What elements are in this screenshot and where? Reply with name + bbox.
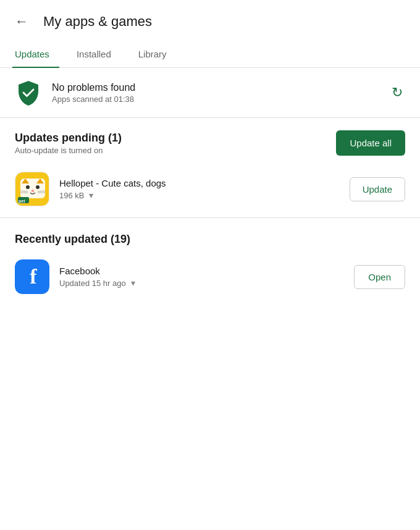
svg-point-4 (26, 185, 30, 189)
update-all-button[interactable]: Update all (336, 130, 405, 156)
facebook-f-icon: f (30, 266, 36, 287)
svg-point-5 (36, 185, 40, 189)
hellopet-app-icon: pet (15, 172, 49, 206)
svg-point-6 (32, 190, 35, 192)
hellopet-update-button[interactable]: Update (350, 177, 405, 201)
facebook-chevron-icon[interactable]: ▾ (131, 278, 135, 288)
facebook-app-detail: Updated 15 hr ago ▾ (59, 278, 354, 288)
tab-updates[interactable]: Updates (12, 41, 59, 68)
hellopet-chevron-icon[interactable]: ▾ (89, 190, 93, 200)
tabs-bar: Updates Installed Library (0, 41, 420, 68)
svg-text:pet: pet (19, 199, 25, 204)
recently-updated-title: Recently updated (19) (15, 233, 405, 246)
back-button[interactable]: ← (12, 11, 31, 32)
facebook-app-icon: f (15, 259, 49, 294)
updates-pending-section: Updates pending (1) Auto-update is turne… (0, 118, 420, 163)
app-item-hellopet: pet Hellopet - Cute cats, dogs 196 kB ▾ … (0, 163, 420, 215)
tab-library[interactable]: Library (136, 41, 177, 68)
app-item-facebook: f Facebook Updated 15 hr ago ▾ Open (0, 251, 420, 303)
facebook-app-info: Facebook Updated 15 hr ago ▾ (59, 266, 354, 288)
tab-installed[interactable]: Installed (74, 41, 121, 68)
scan-subtitle: Apps scanned at 01:38 (52, 95, 389, 104)
scan-banner: No problems found Apps scanned at 01:38 … (0, 68, 420, 118)
updates-pending-sub: Auto-update is turned on (15, 146, 122, 155)
hellopet-app-name: Hellopet - Cute cats, dogs (59, 178, 232, 188)
facebook-icon-bg: f (15, 259, 49, 294)
section-title-left: Updates pending (1) Auto-update is turne… (15, 132, 122, 155)
page-title: My apps & games (43, 14, 152, 30)
scan-title: No problems found (52, 82, 389, 93)
facebook-app-updated: Updated 15 hr ago (59, 279, 126, 288)
hellopet-app-size: 196 kB (59, 191, 84, 200)
updates-pending-title: Updates pending (1) (15, 132, 122, 145)
facebook-open-button[interactable]: Open (354, 265, 405, 289)
section-header: Updates pending (1) Auto-update is turne… (15, 130, 405, 156)
refresh-button[interactable]: ↻ (389, 82, 405, 103)
header: ← My apps & games (0, 0, 420, 41)
recently-updated-section: Recently updated (19) (0, 221, 420, 251)
hellopet-app-info: Hellopet - Cute cats, dogs 196 kB ▾ (59, 178, 350, 200)
facebook-app-name: Facebook (59, 266, 232, 276)
shield-icon (15, 79, 42, 106)
section-divider (0, 217, 420, 218)
hellopet-app-detail: 196 kB ▾ (59, 190, 350, 200)
scan-text: No problems found Apps scanned at 01:38 (52, 82, 389, 104)
